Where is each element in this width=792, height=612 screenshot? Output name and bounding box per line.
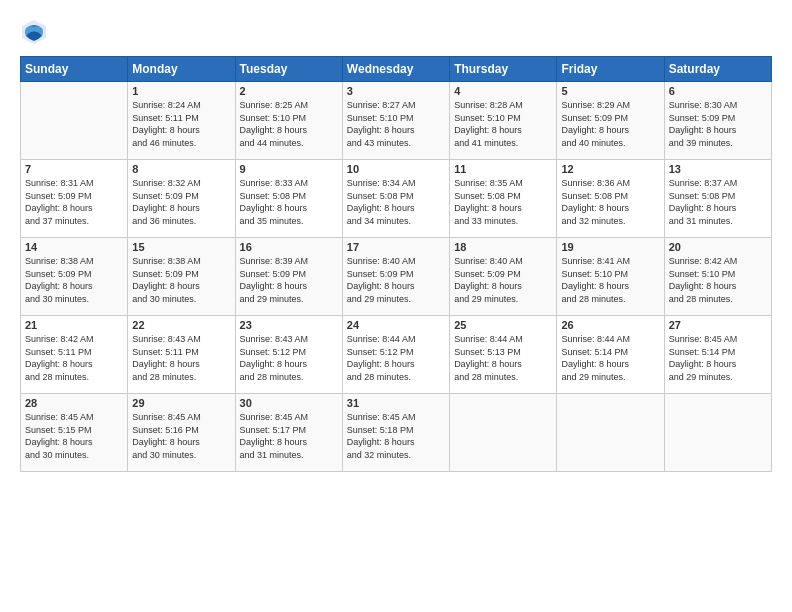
day-cell: 30Sunrise: 8:45 AM Sunset: 5:17 PM Dayli… — [235, 394, 342, 472]
day-number: 19 — [561, 241, 659, 253]
day-info: Sunrise: 8:30 AM Sunset: 5:09 PM Dayligh… — [669, 99, 767, 149]
day-info: Sunrise: 8:43 AM Sunset: 5:11 PM Dayligh… — [132, 333, 230, 383]
day-number: 21 — [25, 319, 123, 331]
day-number: 26 — [561, 319, 659, 331]
day-number: 23 — [240, 319, 338, 331]
day-number: 10 — [347, 163, 445, 175]
day-info: Sunrise: 8:38 AM Sunset: 5:09 PM Dayligh… — [132, 255, 230, 305]
day-number: 7 — [25, 163, 123, 175]
day-number: 16 — [240, 241, 338, 253]
header — [20, 18, 772, 46]
day-number: 14 — [25, 241, 123, 253]
day-cell: 16Sunrise: 8:39 AM Sunset: 5:09 PM Dayli… — [235, 238, 342, 316]
day-number: 31 — [347, 397, 445, 409]
day-info: Sunrise: 8:40 AM Sunset: 5:09 PM Dayligh… — [347, 255, 445, 305]
day-number: 24 — [347, 319, 445, 331]
day-cell: 17Sunrise: 8:40 AM Sunset: 5:09 PM Dayli… — [342, 238, 449, 316]
day-info: Sunrise: 8:44 AM Sunset: 5:12 PM Dayligh… — [347, 333, 445, 383]
day-info: Sunrise: 8:25 AM Sunset: 5:10 PM Dayligh… — [240, 99, 338, 149]
week-row-3: 14Sunrise: 8:38 AM Sunset: 5:09 PM Dayli… — [21, 238, 772, 316]
day-info: Sunrise: 8:34 AM Sunset: 5:08 PM Dayligh… — [347, 177, 445, 227]
week-row-5: 28Sunrise: 8:45 AM Sunset: 5:15 PM Dayli… — [21, 394, 772, 472]
day-number: 29 — [132, 397, 230, 409]
col-header-friday: Friday — [557, 57, 664, 82]
day-info: Sunrise: 8:45 AM Sunset: 5:16 PM Dayligh… — [132, 411, 230, 461]
day-cell: 27Sunrise: 8:45 AM Sunset: 5:14 PM Dayli… — [664, 316, 771, 394]
day-info: Sunrise: 8:41 AM Sunset: 5:10 PM Dayligh… — [561, 255, 659, 305]
day-info: Sunrise: 8:28 AM Sunset: 5:10 PM Dayligh… — [454, 99, 552, 149]
day-info: Sunrise: 8:39 AM Sunset: 5:09 PM Dayligh… — [240, 255, 338, 305]
day-cell: 13Sunrise: 8:37 AM Sunset: 5:08 PM Dayli… — [664, 160, 771, 238]
day-info: Sunrise: 8:42 AM Sunset: 5:10 PM Dayligh… — [669, 255, 767, 305]
day-cell: 5Sunrise: 8:29 AM Sunset: 5:09 PM Daylig… — [557, 82, 664, 160]
day-number: 27 — [669, 319, 767, 331]
day-number: 13 — [669, 163, 767, 175]
day-number: 30 — [240, 397, 338, 409]
day-number: 17 — [347, 241, 445, 253]
day-info: Sunrise: 8:27 AM Sunset: 5:10 PM Dayligh… — [347, 99, 445, 149]
day-info: Sunrise: 8:31 AM Sunset: 5:09 PM Dayligh… — [25, 177, 123, 227]
day-cell: 31Sunrise: 8:45 AM Sunset: 5:18 PM Dayli… — [342, 394, 449, 472]
day-cell: 2Sunrise: 8:25 AM Sunset: 5:10 PM Daylig… — [235, 82, 342, 160]
day-info: Sunrise: 8:45 AM Sunset: 5:17 PM Dayligh… — [240, 411, 338, 461]
day-cell: 24Sunrise: 8:44 AM Sunset: 5:12 PM Dayli… — [342, 316, 449, 394]
day-cell — [21, 82, 128, 160]
day-cell: 3Sunrise: 8:27 AM Sunset: 5:10 PM Daylig… — [342, 82, 449, 160]
week-row-4: 21Sunrise: 8:42 AM Sunset: 5:11 PM Dayli… — [21, 316, 772, 394]
day-number: 22 — [132, 319, 230, 331]
day-number: 12 — [561, 163, 659, 175]
day-cell: 20Sunrise: 8:42 AM Sunset: 5:10 PM Dayli… — [664, 238, 771, 316]
day-number: 1 — [132, 85, 230, 97]
col-header-monday: Monday — [128, 57, 235, 82]
day-cell: 21Sunrise: 8:42 AM Sunset: 5:11 PM Dayli… — [21, 316, 128, 394]
day-number: 28 — [25, 397, 123, 409]
header-row: SundayMondayTuesdayWednesdayThursdayFrid… — [21, 57, 772, 82]
day-info: Sunrise: 8:45 AM Sunset: 5:18 PM Dayligh… — [347, 411, 445, 461]
day-cell: 1Sunrise: 8:24 AM Sunset: 5:11 PM Daylig… — [128, 82, 235, 160]
day-number: 9 — [240, 163, 338, 175]
day-info: Sunrise: 8:35 AM Sunset: 5:08 PM Dayligh… — [454, 177, 552, 227]
day-info: Sunrise: 8:32 AM Sunset: 5:09 PM Dayligh… — [132, 177, 230, 227]
day-number: 3 — [347, 85, 445, 97]
day-cell: 22Sunrise: 8:43 AM Sunset: 5:11 PM Dayli… — [128, 316, 235, 394]
col-header-wednesday: Wednesday — [342, 57, 449, 82]
day-info: Sunrise: 8:42 AM Sunset: 5:11 PM Dayligh… — [25, 333, 123, 383]
logo-icon — [20, 18, 48, 46]
day-info: Sunrise: 8:33 AM Sunset: 5:08 PM Dayligh… — [240, 177, 338, 227]
day-info: Sunrise: 8:38 AM Sunset: 5:09 PM Dayligh… — [25, 255, 123, 305]
day-number: 15 — [132, 241, 230, 253]
day-cell: 12Sunrise: 8:36 AM Sunset: 5:08 PM Dayli… — [557, 160, 664, 238]
day-number: 2 — [240, 85, 338, 97]
day-cell: 19Sunrise: 8:41 AM Sunset: 5:10 PM Dayli… — [557, 238, 664, 316]
day-cell: 18Sunrise: 8:40 AM Sunset: 5:09 PM Dayli… — [450, 238, 557, 316]
day-cell: 25Sunrise: 8:44 AM Sunset: 5:13 PM Dayli… — [450, 316, 557, 394]
day-info: Sunrise: 8:45 AM Sunset: 5:14 PM Dayligh… — [669, 333, 767, 383]
day-number: 5 — [561, 85, 659, 97]
day-number: 25 — [454, 319, 552, 331]
day-cell: 14Sunrise: 8:38 AM Sunset: 5:09 PM Dayli… — [21, 238, 128, 316]
day-cell — [450, 394, 557, 472]
week-row-1: 1Sunrise: 8:24 AM Sunset: 5:11 PM Daylig… — [21, 82, 772, 160]
day-number: 8 — [132, 163, 230, 175]
day-info: Sunrise: 8:36 AM Sunset: 5:08 PM Dayligh… — [561, 177, 659, 227]
day-info: Sunrise: 8:40 AM Sunset: 5:09 PM Dayligh… — [454, 255, 552, 305]
day-info: Sunrise: 8:45 AM Sunset: 5:15 PM Dayligh… — [25, 411, 123, 461]
day-cell: 8Sunrise: 8:32 AM Sunset: 5:09 PM Daylig… — [128, 160, 235, 238]
logo — [20, 18, 52, 46]
day-number: 6 — [669, 85, 767, 97]
col-header-sunday: Sunday — [21, 57, 128, 82]
day-cell: 10Sunrise: 8:34 AM Sunset: 5:08 PM Dayli… — [342, 160, 449, 238]
day-cell: 6Sunrise: 8:30 AM Sunset: 5:09 PM Daylig… — [664, 82, 771, 160]
col-header-thursday: Thursday — [450, 57, 557, 82]
calendar-table: SundayMondayTuesdayWednesdayThursdayFrid… — [20, 56, 772, 472]
day-cell: 15Sunrise: 8:38 AM Sunset: 5:09 PM Dayli… — [128, 238, 235, 316]
day-number: 18 — [454, 241, 552, 253]
day-info: Sunrise: 8:24 AM Sunset: 5:11 PM Dayligh… — [132, 99, 230, 149]
day-cell — [664, 394, 771, 472]
day-cell: 9Sunrise: 8:33 AM Sunset: 5:08 PM Daylig… — [235, 160, 342, 238]
col-header-tuesday: Tuesday — [235, 57, 342, 82]
day-number: 20 — [669, 241, 767, 253]
week-row-2: 7Sunrise: 8:31 AM Sunset: 5:09 PM Daylig… — [21, 160, 772, 238]
day-cell — [557, 394, 664, 472]
day-cell: 26Sunrise: 8:44 AM Sunset: 5:14 PM Dayli… — [557, 316, 664, 394]
